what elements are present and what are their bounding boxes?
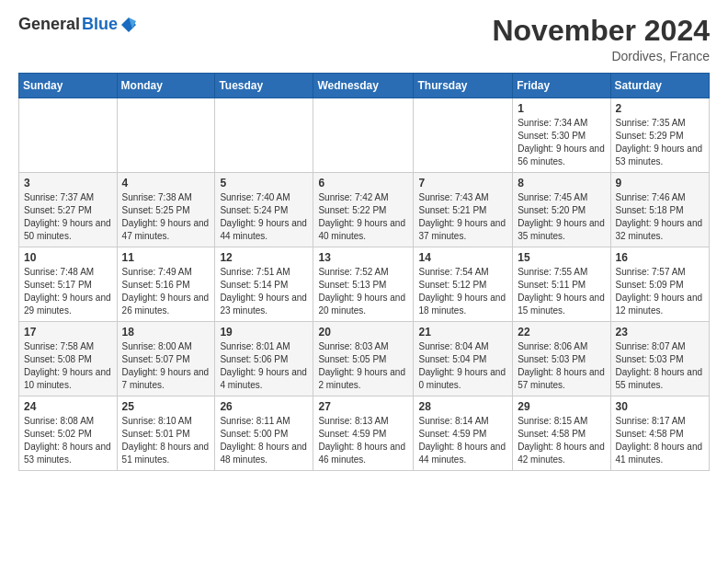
calendar-table: Sunday Monday Tuesday Wednesday Thursday…: [18, 73, 710, 471]
calendar-week-5: 24Sunrise: 8:08 AM Sunset: 5:02 PM Dayli…: [19, 396, 710, 471]
calendar-cell-5-2: 25Sunrise: 8:10 AM Sunset: 5:01 PM Dayli…: [117, 396, 215, 471]
day-info: Sunrise: 8:13 AM Sunset: 4:59 PM Dayligh…: [318, 415, 408, 466]
col-friday: Friday: [513, 74, 610, 98]
day-number: 19: [220, 326, 308, 339]
calendar-cell-2-1: 3Sunrise: 7:37 AM Sunset: 5:27 PM Daylig…: [19, 173, 118, 247]
day-number: 5: [220, 177, 308, 190]
day-number: 15: [518, 251, 605, 264]
calendar-cell-1-6: 1Sunrise: 7:34 AM Sunset: 5:30 PM Daylig…: [513, 98, 610, 173]
calendar-cell-2-7: 9Sunrise: 7:46 AM Sunset: 5:18 PM Daylig…: [610, 173, 709, 247]
calendar-cell-2-6: 8Sunrise: 7:45 AM Sunset: 5:20 PM Daylig…: [513, 173, 610, 247]
day-info: Sunrise: 8:11 AM Sunset: 5:00 PM Dayligh…: [220, 415, 308, 466]
day-info: Sunrise: 7:55 AM Sunset: 5:11 PM Dayligh…: [518, 266, 605, 317]
calendar-cell-2-2: 4Sunrise: 7:38 AM Sunset: 5:25 PM Daylig…: [117, 173, 215, 247]
calendar-cell-2-5: 7Sunrise: 7:43 AM Sunset: 5:21 PM Daylig…: [414, 173, 513, 247]
day-info: Sunrise: 8:03 AM Sunset: 5:05 PM Dayligh…: [318, 340, 408, 392]
day-number: 25: [122, 400, 210, 413]
day-info: Sunrise: 7:38 AM Sunset: 5:25 PM Dayligh…: [122, 191, 210, 243]
day-number: 14: [418, 251, 507, 264]
col-saturday: Saturday: [610, 74, 709, 98]
calendar-cell-4-5: 21Sunrise: 8:04 AM Sunset: 5:04 PM Dayli…: [414, 322, 513, 396]
calendar-cell-4-6: 22Sunrise: 8:06 AM Sunset: 5:03 PM Dayli…: [513, 322, 610, 396]
day-info: Sunrise: 7:43 AM Sunset: 5:21 PM Dayligh…: [418, 191, 507, 243]
calendar-week-4: 17Sunrise: 7:58 AM Sunset: 5:08 PM Dayli…: [19, 322, 710, 396]
calendar-cell-3-2: 11Sunrise: 7:49 AM Sunset: 5:16 PM Dayli…: [117, 247, 215, 322]
calendar-cell-5-3: 26Sunrise: 8:11 AM Sunset: 5:00 PM Dayli…: [215, 396, 313, 471]
day-info: Sunrise: 7:49 AM Sunset: 5:16 PM Dayligh…: [122, 266, 210, 317]
calendar-cell-5-1: 24Sunrise: 8:08 AM Sunset: 5:02 PM Dayli…: [19, 396, 118, 471]
calendar-cell-3-6: 15Sunrise: 7:55 AM Sunset: 5:11 PM Dayli…: [513, 247, 610, 322]
day-info: Sunrise: 7:40 AM Sunset: 5:24 PM Dayligh…: [220, 191, 308, 243]
day-info: Sunrise: 7:45 AM Sunset: 5:20 PM Dayligh…: [518, 191, 605, 243]
calendar-cell-1-1: [19, 98, 118, 173]
logo-icon: [119, 16, 138, 34]
calendar-cell-5-7: 30Sunrise: 8:17 AM Sunset: 4:58 PM Dayli…: [610, 396, 709, 471]
day-info: Sunrise: 7:54 AM Sunset: 5:12 PM Dayligh…: [418, 266, 507, 317]
header: GeneralBlue November 2024 Dordives, Fran…: [18, 15, 710, 63]
day-number: 28: [418, 400, 507, 413]
day-number: 11: [122, 251, 210, 264]
month-title: November 2024: [492, 15, 710, 47]
calendar-cell-3-1: 10Sunrise: 7:48 AM Sunset: 5:17 PM Dayli…: [19, 247, 118, 322]
day-info: Sunrise: 7:51 AM Sunset: 5:14 PM Dayligh…: [220, 266, 308, 317]
page: GeneralBlue November 2024 Dordives, Fran…: [0, 0, 728, 489]
col-monday: Monday: [117, 74, 215, 98]
day-number: 20: [318, 326, 408, 339]
calendar-cell-1-3: [215, 98, 313, 173]
calendar-cell-1-7: 2Sunrise: 7:35 AM Sunset: 5:29 PM Daylig…: [610, 98, 709, 173]
day-number: 1: [518, 102, 605, 115]
day-info: Sunrise: 7:52 AM Sunset: 5:13 PM Dayligh…: [318, 266, 408, 317]
calendar-week-3: 10Sunrise: 7:48 AM Sunset: 5:17 PM Dayli…: [19, 247, 710, 322]
day-info: Sunrise: 8:10 AM Sunset: 5:01 PM Dayligh…: [122, 415, 210, 466]
day-info: Sunrise: 8:01 AM Sunset: 5:06 PM Dayligh…: [220, 340, 308, 392]
day-info: Sunrise: 7:35 AM Sunset: 5:29 PM Dayligh…: [616, 117, 704, 168]
logo-text: GeneralBlue: [18, 15, 138, 34]
calendar-cell-5-5: 28Sunrise: 8:14 AM Sunset: 4:59 PM Dayli…: [414, 396, 513, 471]
day-info: Sunrise: 8:06 AM Sunset: 5:03 PM Dayligh…: [518, 340, 605, 392]
day-number: 3: [24, 177, 112, 190]
day-number: 4: [122, 177, 210, 190]
col-sunday: Sunday: [19, 74, 118, 98]
day-info: Sunrise: 8:08 AM Sunset: 5:02 PM Dayligh…: [24, 415, 112, 466]
calendar-week-1: 1Sunrise: 7:34 AM Sunset: 5:30 PM Daylig…: [19, 98, 710, 173]
day-number: 8: [518, 177, 605, 190]
logo-blue: Blue: [82, 15, 118, 34]
day-number: 21: [418, 326, 507, 339]
day-number: 18: [122, 326, 210, 339]
calendar-cell-4-1: 17Sunrise: 7:58 AM Sunset: 5:08 PM Dayli…: [19, 322, 118, 396]
day-number: 27: [318, 400, 408, 413]
calendar-cell-4-7: 23Sunrise: 8:07 AM Sunset: 5:03 PM Dayli…: [610, 322, 709, 396]
day-number: 17: [24, 326, 112, 339]
calendar-cell-3-7: 16Sunrise: 7:57 AM Sunset: 5:09 PM Dayli…: [610, 247, 709, 322]
col-tuesday: Tuesday: [215, 74, 313, 98]
day-number: 30: [616, 400, 704, 413]
day-info: Sunrise: 7:34 AM Sunset: 5:30 PM Dayligh…: [518, 117, 605, 168]
day-info: Sunrise: 8:07 AM Sunset: 5:03 PM Dayligh…: [616, 340, 704, 392]
header-row: Sunday Monday Tuesday Wednesday Thursday…: [19, 74, 710, 98]
calendar-cell-2-3: 5Sunrise: 7:40 AM Sunset: 5:24 PM Daylig…: [215, 173, 313, 247]
col-wednesday: Wednesday: [313, 74, 414, 98]
day-info: Sunrise: 8:00 AM Sunset: 5:07 PM Dayligh…: [122, 340, 210, 392]
calendar-cell-5-6: 29Sunrise: 8:15 AM Sunset: 4:58 PM Dayli…: [513, 396, 610, 471]
calendar-cell-4-3: 19Sunrise: 8:01 AM Sunset: 5:06 PM Dayli…: [215, 322, 313, 396]
calendar-cell-5-4: 27Sunrise: 8:13 AM Sunset: 4:59 PM Dayli…: [313, 396, 414, 471]
day-number: 16: [616, 251, 704, 264]
logo: GeneralBlue: [18, 15, 138, 34]
logo-general: General: [18, 15, 80, 34]
day-number: 24: [24, 400, 112, 413]
day-info: Sunrise: 7:37 AM Sunset: 5:27 PM Dayligh…: [24, 191, 112, 243]
day-number: 2: [616, 102, 704, 115]
day-info: Sunrise: 8:17 AM Sunset: 4:58 PM Dayligh…: [616, 415, 704, 466]
calendar-cell-3-5: 14Sunrise: 7:54 AM Sunset: 5:12 PM Dayli…: [414, 247, 513, 322]
day-number: 9: [616, 177, 704, 190]
day-info: Sunrise: 7:46 AM Sunset: 5:18 PM Dayligh…: [616, 191, 704, 243]
day-number: 7: [418, 177, 507, 190]
calendar-cell-1-4: [313, 98, 414, 173]
calendar-cell-1-2: [117, 98, 215, 173]
day-info: Sunrise: 7:57 AM Sunset: 5:09 PM Dayligh…: [616, 266, 704, 317]
day-number: 22: [518, 326, 605, 339]
calendar-cell-3-4: 13Sunrise: 7:52 AM Sunset: 5:13 PM Dayli…: [313, 247, 414, 322]
location: Dordives, France: [492, 49, 710, 63]
day-number: 13: [318, 251, 408, 264]
col-thursday: Thursday: [414, 74, 513, 98]
